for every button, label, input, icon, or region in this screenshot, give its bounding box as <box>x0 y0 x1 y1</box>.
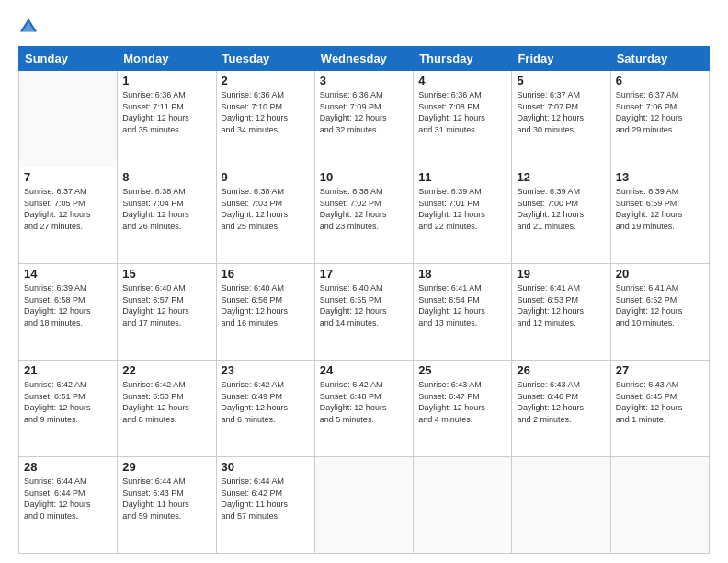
day-info: Sunrise: 6:36 AM Sunset: 7:09 PM Dayligh… <box>320 89 408 135</box>
day-header-tuesday: Tuesday <box>216 47 314 71</box>
day-header-thursday: Thursday <box>414 47 512 71</box>
day-info: Sunrise: 6:41 AM Sunset: 6:53 PM Dayligh… <box>517 282 605 328</box>
calendar-cell: 24Sunrise: 6:42 AM Sunset: 6:48 PM Dayli… <box>314 361 413 457</box>
calendar-cell: 17Sunrise: 6:40 AM Sunset: 6:55 PM Dayli… <box>314 264 413 361</box>
day-number: 28 <box>24 460 112 474</box>
day-number: 7 <box>24 170 112 184</box>
day-header-sunday: Sunday <box>19 47 118 71</box>
week-row-5: 28Sunrise: 6:44 AM Sunset: 6:44 PM Dayli… <box>19 457 710 554</box>
day-number: 21 <box>24 363 112 377</box>
day-info: Sunrise: 6:40 AM Sunset: 6:56 PM Dayligh… <box>222 282 310 328</box>
calendar-cell: 25Sunrise: 6:43 AM Sunset: 6:47 PM Dayli… <box>414 361 512 457</box>
day-info: Sunrise: 6:43 AM Sunset: 6:46 PM Dayligh… <box>517 379 605 425</box>
day-number: 4 <box>418 74 506 87</box>
day-number: 13 <box>616 170 704 184</box>
day-header-friday: Friday <box>512 47 610 71</box>
calendar-cell: 21Sunrise: 6:42 AM Sunset: 6:51 PM Dayli… <box>19 361 118 457</box>
day-number: 9 <box>222 170 310 184</box>
day-number: 15 <box>122 267 210 281</box>
day-info: Sunrise: 6:36 AM Sunset: 7:08 PM Dayligh… <box>418 89 506 135</box>
calendar-cell: 6Sunrise: 6:37 AM Sunset: 7:06 PM Daylig… <box>610 71 709 167</box>
calendar-cell: 20Sunrise: 6:41 AM Sunset: 6:52 PM Dayli… <box>610 264 709 361</box>
calendar-cell: 12Sunrise: 6:39 AM Sunset: 7:00 PM Dayli… <box>512 167 610 264</box>
day-number: 12 <box>517 170 605 184</box>
day-header-saturday: Saturday <box>610 47 709 71</box>
calendar-cell: 19Sunrise: 6:41 AM Sunset: 6:53 PM Dayli… <box>512 264 610 361</box>
day-info: Sunrise: 6:43 AM Sunset: 6:47 PM Dayligh… <box>418 379 506 425</box>
day-info: Sunrise: 6:37 AM Sunset: 7:07 PM Dayligh… <box>517 89 605 135</box>
day-number: 6 <box>616 74 704 87</box>
day-info: Sunrise: 6:36 AM Sunset: 7:11 PM Dayligh… <box>122 89 210 135</box>
calendar-cell <box>314 457 413 554</box>
day-info: Sunrise: 6:44 AM Sunset: 6:43 PM Dayligh… <box>122 476 210 522</box>
calendar-table: SundayMondayTuesdayWednesdayThursdayFrid… <box>18 46 710 554</box>
day-number: 17 <box>320 267 408 281</box>
day-info: Sunrise: 6:38 AM Sunset: 7:02 PM Dayligh… <box>320 186 408 232</box>
day-info: Sunrise: 6:41 AM Sunset: 6:52 PM Dayligh… <box>616 282 704 328</box>
calendar-cell: 9Sunrise: 6:38 AM Sunset: 7:03 PM Daylig… <box>216 167 314 264</box>
day-info: Sunrise: 6:39 AM Sunset: 7:01 PM Dayligh… <box>418 186 506 232</box>
week-row-1: 1Sunrise: 6:36 AM Sunset: 7:11 PM Daylig… <box>19 71 710 167</box>
week-row-2: 7Sunrise: 6:37 AM Sunset: 7:05 PM Daylig… <box>19 167 710 264</box>
day-number: 22 <box>122 363 210 377</box>
day-number: 25 <box>418 363 506 377</box>
day-number: 11 <box>418 170 506 184</box>
day-info: Sunrise: 6:41 AM Sunset: 6:54 PM Dayligh… <box>418 282 506 328</box>
calendar-cell: 2Sunrise: 6:36 AM Sunset: 7:10 PM Daylig… <box>216 71 314 167</box>
day-info: Sunrise: 6:39 AM Sunset: 7:00 PM Dayligh… <box>517 186 605 232</box>
day-number: 5 <box>517 74 605 87</box>
day-info: Sunrise: 6:44 AM Sunset: 6:44 PM Dayligh… <box>24 476 112 522</box>
day-info: Sunrise: 6:38 AM Sunset: 7:03 PM Dayligh… <box>222 186 310 232</box>
day-number: 20 <box>616 267 704 281</box>
day-info: Sunrise: 6:42 AM Sunset: 6:51 PM Dayligh… <box>24 379 112 425</box>
calendar-cell: 26Sunrise: 6:43 AM Sunset: 6:46 PM Dayli… <box>512 361 610 457</box>
day-number: 26 <box>517 363 605 377</box>
day-number: 16 <box>222 267 310 281</box>
calendar-cell: 11Sunrise: 6:39 AM Sunset: 7:01 PM Dayli… <box>414 167 512 264</box>
week-row-4: 21Sunrise: 6:42 AM Sunset: 6:51 PM Dayli… <box>19 361 710 457</box>
day-header-monday: Monday <box>118 47 216 71</box>
day-info: Sunrise: 6:42 AM Sunset: 6:49 PM Dayligh… <box>222 379 310 425</box>
day-number: 10 <box>320 170 408 184</box>
calendar-cell: 13Sunrise: 6:39 AM Sunset: 6:59 PM Dayli… <box>610 167 709 264</box>
day-info: Sunrise: 6:40 AM Sunset: 6:55 PM Dayligh… <box>320 282 408 328</box>
header <box>18 17 710 37</box>
header-row: SundayMondayTuesdayWednesdayThursdayFrid… <box>19 47 710 71</box>
calendar-cell <box>19 71 118 167</box>
day-info: Sunrise: 6:42 AM Sunset: 6:48 PM Dayligh… <box>320 379 408 425</box>
day-info: Sunrise: 6:38 AM Sunset: 7:04 PM Dayligh… <box>122 186 210 232</box>
day-header-wednesday: Wednesday <box>314 47 413 71</box>
calendar-cell: 27Sunrise: 6:43 AM Sunset: 6:45 PM Dayli… <box>610 361 709 457</box>
day-info: Sunrise: 6:39 AM Sunset: 6:58 PM Dayligh… <box>24 282 112 328</box>
day-info: Sunrise: 6:42 AM Sunset: 6:50 PM Dayligh… <box>122 379 210 425</box>
day-number: 14 <box>24 267 112 281</box>
day-number: 18 <box>418 267 506 281</box>
calendar-cell: 8Sunrise: 6:38 AM Sunset: 7:04 PM Daylig… <box>118 167 216 264</box>
calendar-cell <box>610 457 709 554</box>
day-number: 19 <box>517 267 605 281</box>
day-info: Sunrise: 6:39 AM Sunset: 6:59 PM Dayligh… <box>616 186 704 232</box>
day-number: 8 <box>122 170 210 184</box>
calendar-cell: 15Sunrise: 6:40 AM Sunset: 6:57 PM Dayli… <box>118 264 216 361</box>
day-number: 27 <box>616 363 704 377</box>
day-number: 29 <box>122 460 210 474</box>
calendar-cell: 28Sunrise: 6:44 AM Sunset: 6:44 PM Dayli… <box>19 457 118 554</box>
calendar-cell: 22Sunrise: 6:42 AM Sunset: 6:50 PM Dayli… <box>118 361 216 457</box>
logo-icon <box>18 17 39 37</box>
calendar-cell: 7Sunrise: 6:37 AM Sunset: 7:05 PM Daylig… <box>19 167 118 264</box>
calendar-cell: 23Sunrise: 6:42 AM Sunset: 6:49 PM Dayli… <box>216 361 314 457</box>
calendar-cell: 16Sunrise: 6:40 AM Sunset: 6:56 PM Dayli… <box>216 264 314 361</box>
day-number: 2 <box>222 74 310 87</box>
calendar-cell: 5Sunrise: 6:37 AM Sunset: 7:07 PM Daylig… <box>512 71 610 167</box>
day-info: Sunrise: 6:44 AM Sunset: 6:42 PM Dayligh… <box>222 476 310 522</box>
day-info: Sunrise: 6:37 AM Sunset: 7:05 PM Dayligh… <box>24 186 112 232</box>
calendar-cell: 3Sunrise: 6:36 AM Sunset: 7:09 PM Daylig… <box>314 71 413 167</box>
day-info: Sunrise: 6:37 AM Sunset: 7:06 PM Dayligh… <box>616 89 704 135</box>
calendar-cell: 10Sunrise: 6:38 AM Sunset: 7:02 PM Dayli… <box>314 167 413 264</box>
calendar-cell <box>512 457 610 554</box>
logo <box>18 17 42 37</box>
week-row-3: 14Sunrise: 6:39 AM Sunset: 6:58 PM Dayli… <box>19 264 710 361</box>
day-number: 23 <box>222 363 310 377</box>
calendar-cell: 1Sunrise: 6:36 AM Sunset: 7:11 PM Daylig… <box>118 71 216 167</box>
day-number: 3 <box>320 74 408 87</box>
